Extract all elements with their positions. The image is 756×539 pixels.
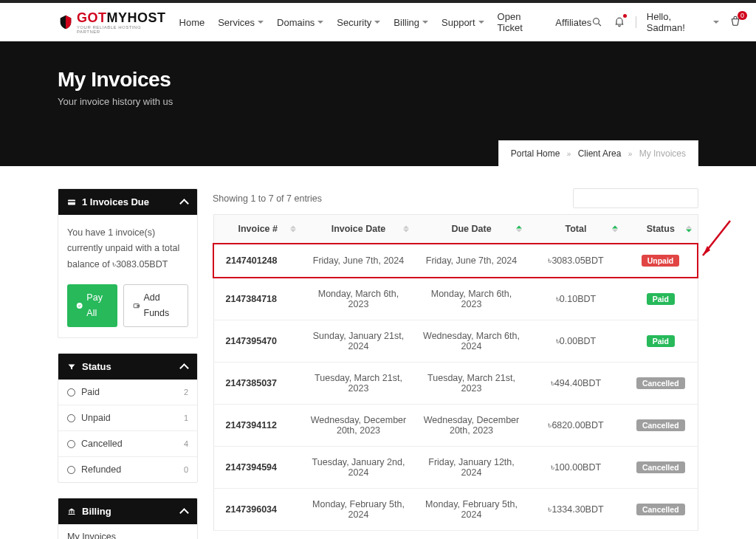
status-filter-refunded[interactable]: Refunded0 [58, 456, 197, 482]
status-badge: Paid [647, 293, 675, 305]
status-filter-cancelled[interactable]: Cancelled4 [58, 430, 197, 456]
chevron-down-icon [374, 21, 380, 24]
filter-icon [67, 363, 76, 371]
header-actions: Hello, Sadman! 0 [591, 11, 741, 33]
status-badge: Paid [647, 335, 675, 347]
logo[interactable]: GOTMYHOST YOUR RELIABLE HOSTING PARTNER [58, 10, 166, 34]
invoice-row[interactable]: 2147395470Sunday, January 21st, 2024Wedn… [213, 320, 698, 363]
search-icon[interactable] [591, 16, 603, 28]
nav-open-ticket[interactable]: Open Ticket [498, 11, 543, 33]
nav-affiliates[interactable]: Affiliates [555, 17, 591, 28]
cell-invoice-date: Wednesday, December 20th, 2023 [302, 405, 415, 447]
cell-invoice-id: 2147401248 [213, 244, 302, 278]
cell-total: ৳3083.05BDT [528, 244, 624, 278]
cart-button[interactable]: 0 [729, 16, 741, 30]
col-invoice-id[interactable]: Invoice # [213, 215, 302, 244]
nav-billing[interactable]: Billing [394, 17, 428, 28]
nav-home[interactable]: Home [179, 17, 205, 28]
sort-icon [516, 226, 522, 233]
cell-invoice-id: 2147396034 [213, 489, 302, 531]
col-status[interactable]: Status [624, 215, 698, 244]
add-funds-button[interactable]: Add Funds [123, 284, 188, 328]
nav-security[interactable]: Security [337, 17, 380, 28]
status-badge: Cancelled [636, 504, 685, 515]
chevron-down-icon [422, 21, 428, 24]
col-invoice-date[interactable]: Invoice Date [302, 215, 415, 244]
cell-due-date: Monday, February 5th, 2024 [415, 489, 528, 531]
annotation-arrow-icon [697, 215, 734, 267]
invoice-row[interactable]: 2147385037Tuesday, March 21st, 2023Tuesd… [213, 363, 698, 405]
panel-invoices-due-header[interactable]: 1 Invoices Due [58, 189, 197, 215]
status-label: Paid [81, 387, 100, 397]
status-filter-paid[interactable]: Paid2 [58, 380, 197, 405]
cell-invoice-id: 2147394112 [213, 405, 302, 447]
panel-billing: Billing My InvoicesMy QuotesMass Payment [58, 498, 198, 539]
cell-invoice-date: Sunday, January 21st, 2024 [302, 320, 415, 363]
notification-dot [623, 14, 627, 18]
bank-icon [67, 507, 76, 516]
nav-support[interactable]: Support [441, 17, 484, 28]
svg-rect-6 [137, 306, 139, 307]
card-icon [67, 198, 76, 207]
invoice-row[interactable]: 2147396034Monday, February 5th, 2024Mond… [213, 489, 698, 531]
cell-status: Cancelled [624, 489, 698, 531]
table-search-input[interactable] [584, 193, 700, 204]
sort-icon [612, 226, 618, 233]
svg-rect-7 [69, 510, 70, 513]
status-count: 0 [184, 465, 188, 474]
user-menu[interactable]: Hello, Sadman! [647, 11, 719, 33]
cell-status: Cancelled [624, 447, 698, 489]
pay-all-button[interactable]: Pay All [67, 284, 117, 328]
chevron-down-icon [317, 21, 323, 24]
panel-status-header[interactable]: Status [58, 354, 197, 380]
header: GOTMYHOST YOUR RELIABLE HOSTING PARTNER … [0, 3, 756, 41]
table-search[interactable] [573, 188, 698, 208]
col-due-date[interactable]: Due Date [415, 215, 528, 244]
table-showing-text: Showing 1 to 7 of 7 entries [213, 193, 322, 204]
cell-invoice-date: Tuesday, January 2nd, 2024 [302, 447, 415, 489]
status-label: Cancelled [81, 439, 123, 449]
cart-count-badge: 0 [738, 11, 747, 20]
status-badge: Unpaid [642, 255, 680, 267]
status-filter-unpaid[interactable]: Unpaid1 [58, 405, 197, 430]
invoice-row[interactable]: 2147401248Friday, June 7th, 2024Friday, … [213, 244, 698, 278]
status-label: Refunded [81, 464, 121, 475]
status-badge: Cancelled [636, 461, 685, 473]
breadcrumb-client[interactable]: Client Area [578, 148, 622, 159]
cell-total: ৳0.10BDT [528, 278, 624, 320]
nav-services[interactable]: Services [218, 17, 264, 28]
radio-icon [67, 466, 75, 474]
radio-icon [67, 414, 75, 422]
cell-due-date: Wednesday, March 6th, 2024 [415, 320, 528, 363]
notifications-button[interactable] [614, 16, 625, 30]
cell-invoice-date: Tuesday, March 21st, 2023 [302, 363, 415, 405]
panel-invoices-due: 1 Invoices Due You have 1 invoice(s) cur… [58, 188, 198, 338]
cell-invoice-id: 2147385037 [213, 363, 302, 405]
cell-status: Paid [624, 278, 698, 320]
status-count: 2 [184, 388, 188, 396]
nav-domains[interactable]: Domains [277, 17, 323, 28]
cell-due-date: Wednesday, December 20th, 2023 [415, 405, 528, 447]
billing-link-my-invoices[interactable]: My Invoices [58, 524, 197, 539]
content: Showing 1 to 7 of 7 entries Invoice # In… [213, 188, 698, 539]
cell-total: ৳6820.00BDT [528, 405, 624, 447]
cell-status: Unpaid [624, 244, 698, 278]
breadcrumb-sep-icon: » [567, 150, 571, 158]
invoice-row[interactable]: 2147394594Tuesday, January 2nd, 2024Frid… [213, 447, 698, 489]
status-count: 1 [184, 413, 188, 422]
invoice-row[interactable]: 2147384718Monday, March 6th, 2023Monday,… [213, 278, 698, 320]
logo-text: GOTMYHOST [77, 10, 166, 26]
wallet-icon [133, 301, 140, 310]
page-title: My Invoices [58, 68, 698, 92]
status-badge: Cancelled [636, 377, 685, 389]
invoice-row[interactable]: 2147394112Wednesday, December 20th, 2023… [213, 405, 698, 447]
cell-invoice-date: Friday, June 7th, 2024 [302, 244, 415, 278]
breadcrumb-portal[interactable]: Portal Home [511, 148, 560, 159]
col-total[interactable]: Total [528, 215, 624, 244]
svg-point-0 [594, 18, 599, 24]
status-label: Unpaid [81, 413, 111, 423]
chevron-up-icon [181, 363, 188, 371]
cell-status: Paid [624, 320, 698, 363]
panel-billing-header[interactable]: Billing [58, 498, 197, 524]
main-nav: Home Services Domains Security Billing S… [179, 11, 592, 33]
